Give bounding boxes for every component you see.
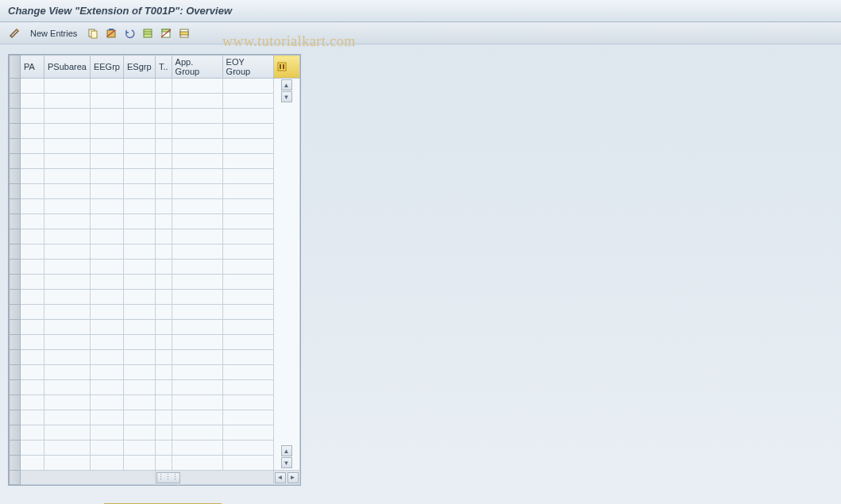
cell[interactable] [172,244,222,260]
cell[interactable] [21,94,44,109]
cell[interactable] [172,275,222,290]
cell[interactable] [21,154,44,169]
cell[interactable] [222,335,273,350]
col-header-pa[interactable]: PA [21,56,44,79]
cell[interactable] [155,320,172,335]
row-selector[interactable] [10,395,21,410]
cell[interactable] [123,380,155,395]
cell[interactable] [123,184,155,199]
row-selector[interactable] [10,184,21,199]
cell[interactable] [21,184,44,199]
cell[interactable] [123,320,155,335]
cell[interactable] [222,154,273,169]
cell[interactable] [155,365,172,380]
cell[interactable] [90,441,123,456]
cell[interactable] [172,79,222,94]
cell[interactable] [90,365,123,380]
cell[interactable] [44,365,91,380]
cell[interactable] [155,410,172,425]
cell[interactable] [155,335,172,350]
cell[interactable] [172,335,222,350]
cell[interactable] [155,229,172,244]
cell[interactable] [222,260,273,275]
cell[interactable] [172,395,222,410]
cell[interactable] [222,214,273,229]
cell[interactable] [172,109,222,124]
row-selector[interactable] [10,154,21,169]
cell[interactable] [123,229,155,244]
vscroll-down2-button[interactable]: ▼ [281,457,292,468]
cell[interactable] [222,169,273,184]
cell[interactable] [172,169,222,184]
cell[interactable] [21,395,44,410]
cell[interactable] [155,214,172,229]
cell[interactable] [172,441,222,456]
row-selector[interactable] [10,441,21,456]
cell[interactable] [90,124,123,139]
cell[interactable] [21,244,44,260]
cell[interactable] [44,154,91,169]
cell[interactable] [222,425,273,441]
cell[interactable] [155,350,172,365]
cell[interactable] [44,305,91,320]
cell[interactable] [123,79,155,94]
cell[interactable] [155,199,172,214]
cell[interactable] [21,441,44,456]
cell[interactable] [123,169,155,184]
cell[interactable] [123,109,155,124]
cell[interactable] [172,199,222,214]
cell[interactable] [90,154,123,169]
cell[interactable] [222,395,273,410]
cell[interactable] [172,124,222,139]
cell[interactable] [44,350,91,365]
cell[interactable] [123,456,155,471]
cell[interactable] [172,410,222,425]
cell[interactable] [172,94,222,109]
cell[interactable] [44,425,91,441]
col-header-appgroup[interactable]: App. Group [172,56,222,79]
cell[interactable] [21,260,44,275]
cell[interactable] [123,244,155,260]
delete-icon[interactable] [103,25,119,41]
cell[interactable] [172,456,222,471]
cell[interactable] [90,395,123,410]
cell[interactable] [90,94,123,109]
row-selector[interactable] [10,456,21,471]
cell[interactable] [222,229,273,244]
row-selector[interactable] [10,94,21,109]
cell[interactable] [155,441,172,456]
cell[interactable] [222,350,273,365]
cell[interactable] [21,79,44,94]
cell[interactable] [155,456,172,471]
cell[interactable] [44,79,91,94]
cell[interactable] [90,290,123,305]
cell[interactable] [172,365,222,380]
cell[interactable] [44,380,91,395]
row-selector[interactable] [10,79,21,94]
row-selector[interactable] [10,244,21,260]
cell[interactable] [155,305,172,320]
cell[interactable] [155,79,172,94]
row-selector[interactable] [10,275,21,290]
cell[interactable] [44,290,91,305]
row-selector[interactable] [10,214,21,229]
cell[interactable] [90,184,123,199]
cell[interactable] [222,244,273,260]
cell[interactable] [123,305,155,320]
deselect-all-icon[interactable] [158,25,174,41]
cell[interactable] [222,305,273,320]
cell[interactable] [123,441,155,456]
cell[interactable] [90,79,123,94]
cell[interactable] [172,305,222,320]
cell[interactable] [123,94,155,109]
cell[interactable] [123,124,155,139]
cell[interactable] [44,395,91,410]
cell[interactable] [155,395,172,410]
cell[interactable] [123,410,155,425]
cell[interactable] [21,305,44,320]
cell[interactable] [172,229,222,244]
cell[interactable] [90,305,123,320]
cell[interactable] [155,154,172,169]
cell[interactable] [90,320,123,335]
cell[interactable] [222,79,273,94]
